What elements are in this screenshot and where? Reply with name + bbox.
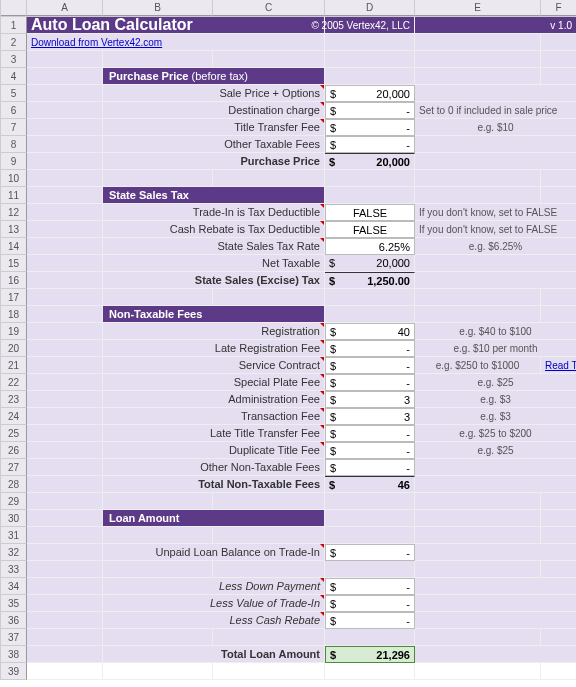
col-b[interactable]: B [103, 0, 213, 16]
value-net-taxable: $20,000 [325, 255, 415, 272]
download-link[interactable]: Download from Vertex42.com [27, 34, 325, 51]
section-loan-header: Loan Amount [103, 510, 325, 527]
copyright: © 2005 Vertex42, LLC [325, 17, 415, 34]
value-total-loan: $21,296 [325, 646, 415, 663]
value-tax-total: $1,250.00 [325, 272, 415, 289]
row-1[interactable]: 1 [1, 17, 27, 34]
value-nontax-total: $46 [325, 476, 415, 493]
section-purchase-header: Purchase Price (before tax) [103, 68, 325, 85]
column-headers: A B C D E F [0, 0, 576, 16]
col-a[interactable]: A [27, 0, 103, 16]
input-tradein-deduct[interactable]: FALSE [325, 204, 415, 221]
input-tax-rate[interactable]: 6.25% [325, 238, 415, 255]
read-this-link[interactable]: Read This [541, 357, 576, 374]
label-sale-price: Sale Price + Options [103, 85, 325, 102]
input-unpaid-balance[interactable]: $- [325, 544, 415, 561]
label-total-loan: Total Loan Amount [103, 646, 325, 663]
value-purchase-total: $20,000 [325, 153, 415, 170]
label-purchase-total: Purchase Price [103, 153, 325, 170]
col-d[interactable]: D [325, 0, 415, 16]
section-nontax-header: Non-Taxable Fees [103, 306, 325, 323]
page-title: Auto Loan Calculator [27, 17, 325, 34]
col-e[interactable]: E [415, 0, 541, 16]
input-rebate-deduct[interactable]: FALSE [325, 221, 415, 238]
row-2[interactable]: 2 [1, 34, 27, 51]
input-sale-price[interactable]: $20,000 [325, 85, 415, 102]
input-title-fee[interactable]: $- [325, 119, 415, 136]
input-destination[interactable]: $- [325, 102, 415, 119]
input-other-taxable[interactable]: $- [325, 136, 415, 153]
version: v 1.0 [415, 17, 576, 34]
col-c[interactable]: C [213, 0, 325, 16]
col-f[interactable]: F [541, 0, 576, 16]
section-tax-header: State Sales Tax [103, 187, 325, 204]
